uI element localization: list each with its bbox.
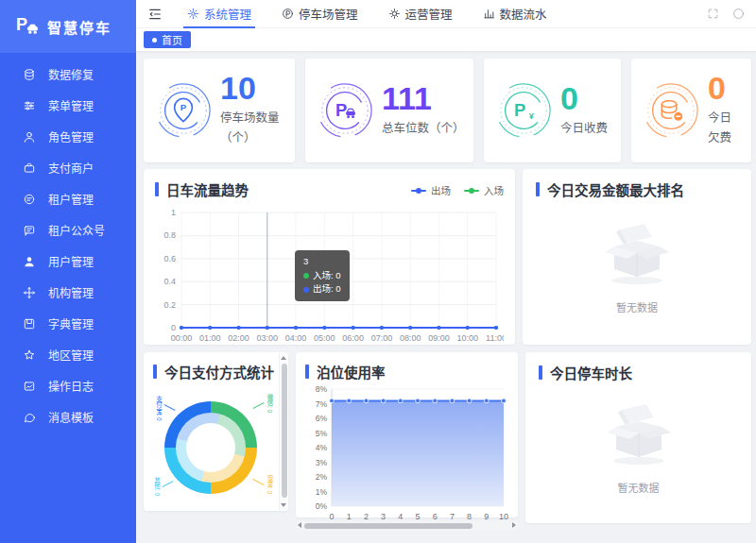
database-icon [23, 68, 36, 81]
svg-text:2%: 2% [316, 472, 328, 482]
dict-icon [23, 317, 36, 331]
trade-rank-card: 今日交易金额最大排名 暂无数据 [523, 169, 751, 345]
svg-text:7: 7 [450, 512, 455, 521]
svg-text:10:00: 10:00 [456, 333, 478, 343]
sidebar-item[interactable]: 数据修复 [0, 59, 136, 90]
tab[interactable]: 数据流水 [468, 0, 562, 28]
legend-item[interactable]: 入场 [464, 183, 504, 197]
tab-label: 系统管理 [204, 5, 251, 23]
sidebar-item[interactable]: 角色管理 [0, 121, 136, 152]
payment-donut-chart[interactable] [164, 401, 257, 494]
donut-slice-label: 支付宝: 0 [155, 396, 162, 421]
stat-label: 总车位数（个） [382, 119, 464, 139]
sidebar-item-label: 数据修复 [48, 66, 94, 82]
breadcrumb: 首页 [136, 28, 756, 52]
sidebar-item[interactable]: 操作日志 [0, 370, 136, 401]
sidebar-item[interactable]: 地区管理 [0, 339, 136, 370]
scroll-left-icon[interactable] [298, 522, 301, 528]
stat-label: 今日收费 [560, 119, 608, 139]
topbar-actions [707, 8, 745, 20]
svg-text:0.2: 0.2 [163, 300, 176, 310]
sidebar-item[interactable]: 租户管理 [0, 183, 136, 214]
collapse-menu-icon[interactable] [147, 7, 163, 22]
svg-text:0: 0 [329, 512, 334, 521]
svg-text:4%: 4% [316, 443, 328, 452]
svg-text:9: 9 [484, 512, 489, 521]
svg-text:P: P [16, 15, 27, 34]
svg-text:04:00: 04:00 [285, 333, 307, 343]
scrollbar-thumb[interactable] [282, 364, 287, 498]
empty-text: 暂无数据 [616, 299, 658, 314]
svg-text:06:00: 06:00 [342, 333, 364, 343]
sidebar-item[interactable]: 机构管理 [0, 277, 136, 308]
stat-card: P¥ 0 今日收费 [484, 59, 621, 162]
breadcrumb-tag-home[interactable]: 首页 [144, 31, 191, 48]
payment-stats-card: 今日支付方式统计 微信: 0 现金: 0 其他: 0 支付宝: 0 [144, 352, 288, 511]
legend-item[interactable]: 出场 [411, 183, 451, 197]
svg-text:01:00: 01:00 [199, 333, 221, 343]
sidebar-item[interactable]: 菜单管理 [0, 90, 136, 121]
svg-text:08:00: 08:00 [400, 333, 421, 343]
tab-label: 数据流水 [500, 5, 547, 23]
tab[interactable]: 运营管理 [373, 0, 468, 28]
svg-text:03:00: 03:00 [257, 333, 279, 343]
svg-text:6%: 6% [316, 414, 328, 423]
legend-marker-icon [464, 190, 479, 192]
logo[interactable]: P 智慧停车 [0, 0, 136, 53]
scroll-down-icon[interactable] [281, 503, 286, 507]
svg-text:10: 10 [499, 512, 508, 521]
svg-text:8%: 8% [316, 384, 328, 394]
tab[interactable]: 停车场管理 [266, 0, 373, 28]
stat-card: P 111 总车位数（个） [305, 59, 473, 162]
main-column: 系统管理 停车场管理 运营管理 数据流水 [136, 0, 756, 543]
stat-value: 111 [382, 82, 464, 116]
vertical-scrollbar[interactable] [279, 353, 287, 510]
bar-chart-icon [483, 8, 495, 20]
sidebar-item-label: 字典管理 [48, 315, 94, 331]
donut-slice-label: 微信: 0 [266, 394, 273, 413]
usage-area-chart: 8%7%6%5%4%3%2%1%0%012345678910 [305, 382, 514, 529]
svg-text:4: 4 [398, 512, 403, 521]
scroll-up-icon[interactable] [281, 356, 286, 360]
horizontal-scrollbar[interactable] [296, 521, 518, 530]
sidebar-item-label: 租户管理 [48, 191, 94, 207]
svg-text:07:00: 07:00 [371, 333, 393, 343]
chart-legend: 出场 入场 [411, 183, 504, 197]
card-title: 今日停车时长 [539, 363, 738, 382]
donut-slice-label: 现金: 0 [266, 475, 273, 494]
svg-text:0.4: 0.4 [163, 277, 176, 286]
sidebar-item[interactable]: 字典管理 [0, 308, 136, 339]
sidebar-item[interactable]: 用户管理 [0, 246, 136, 277]
sidebar-item-label: 菜单管理 [48, 97, 94, 113]
svg-text:0%: 0% [316, 501, 328, 511]
donut-slice-label: 其他: 0 [153, 477, 160, 496]
top-tabs: 系统管理 停车场管理 运营管理 数据流水 [172, 0, 562, 28]
stat-value: 10 [220, 72, 285, 106]
star-icon [23, 348, 36, 362]
org-icon [23, 286, 36, 299]
parking-duration-card: 今日停车时长 暂无数据 [525, 352, 751, 523]
svg-text:¥: ¥ [529, 111, 535, 121]
app-root: P 智慧停车 数据修复 菜单管理 角色管理 [0, 0, 756, 543]
fullscreen-icon[interactable] [707, 8, 719, 20]
sidebar-item[interactable]: 消息模板 [0, 401, 136, 433]
sidebar-item-label: 地区管理 [48, 347, 94, 363]
user-solid-icon [23, 255, 36, 268]
tab[interactable]: 系统管理 [172, 0, 266, 28]
sidebar-menu: 数据修复 菜单管理 角色管理 支付商户 [0, 53, 136, 433]
parking-circle-icon [282, 8, 294, 20]
svg-text:11:00: 11:00 [486, 333, 504, 343]
scroll-right-icon[interactable] [512, 522, 516, 528]
sidebar-item-label: 角色管理 [48, 128, 94, 144]
sidebar-item[interactable]: 租户公众号 [0, 214, 136, 246]
topbar: 系统管理 停车场管理 运营管理 数据流水 [136, 0, 756, 28]
sidebar-item[interactable]: 支付商户 [0, 152, 136, 183]
message-icon [23, 411, 36, 424]
coins-ring-icon [642, 81, 700, 140]
card-title: 今日交易金额最大排名 [536, 179, 738, 199]
avatar-icon[interactable] [732, 8, 745, 20]
gear-icon [187, 8, 199, 20]
svg-text:P: P [335, 100, 347, 120]
scrollbar-thumb[interactable] [304, 523, 472, 529]
berth-usage-card: 泊位使用率 8%7%6%5%4%3%2%1%0%012345678910 [296, 352, 518, 518]
